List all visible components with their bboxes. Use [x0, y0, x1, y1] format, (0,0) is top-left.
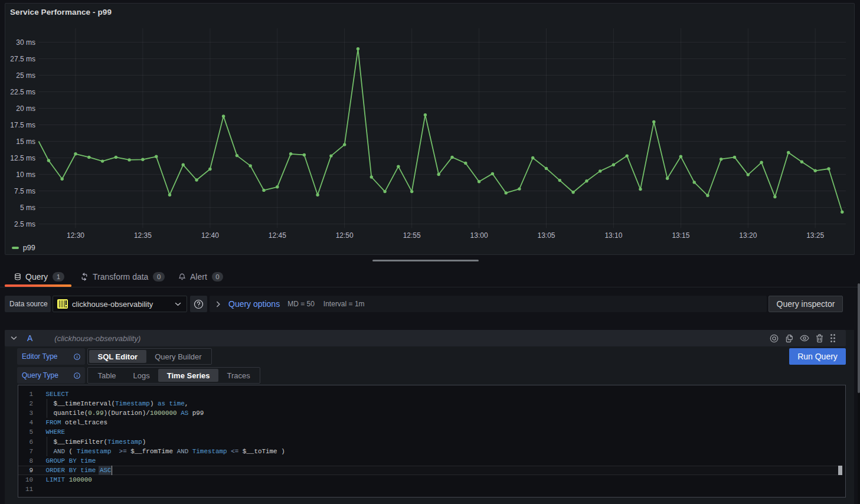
svg-text:12:55: 12:55 — [403, 231, 421, 240]
svg-text:10 ms: 10 ms — [16, 171, 35, 179]
svg-text:13:05: 13:05 — [537, 231, 555, 240]
svg-text:22.5 ms: 22.5 ms — [10, 88, 35, 96]
svg-text:13:00: 13:00 — [470, 231, 488, 240]
svg-text:25 ms: 25 ms — [16, 71, 35, 80]
svg-text:12:40: 12:40 — [201, 231, 219, 240]
svg-text:2.5 ms: 2.5 ms — [14, 220, 35, 228]
svg-text:12:30: 12:30 — [67, 231, 84, 240]
svg-text:5 ms: 5 ms — [20, 204, 35, 212]
svg-text:13:25: 13:25 — [806, 231, 824, 240]
svg-text:12:35: 12:35 — [134, 231, 152, 240]
svg-text:7.5 ms: 7.5 ms — [14, 187, 35, 195]
svg-text:20 ms: 20 ms — [16, 104, 35, 113]
svg-text:13:10: 13:10 — [604, 231, 622, 240]
svg-text:12:50: 12:50 — [336, 231, 354, 240]
svg-text:15 ms: 15 ms — [16, 138, 35, 146]
svg-text:13:15: 13:15 — [672, 231, 689, 240]
svg-text:12.5 ms: 12.5 ms — [10, 154, 35, 162]
svg-text:17.5 ms: 17.5 ms — [10, 121, 35, 129]
svg-text:30 ms: 30 ms — [16, 38, 35, 47]
svg-text:12:45: 12:45 — [269, 231, 286, 240]
svg-text:13:20: 13:20 — [739, 231, 757, 240]
svg-text:27.5 ms: 27.5 ms — [10, 55, 35, 63]
